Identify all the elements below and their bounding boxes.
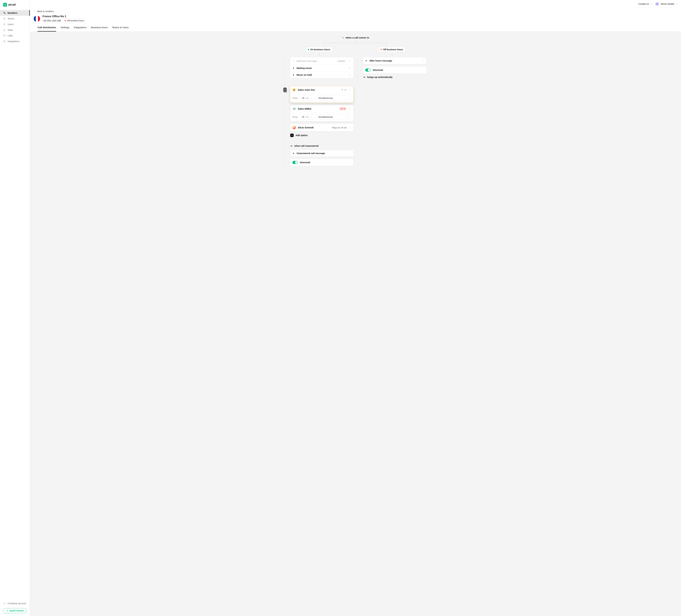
gear-icon (3, 602, 6, 605)
history-icon (3, 34, 6, 37)
svg-point-24 (342, 89, 343, 90)
add-option-row[interactable]: Add option (290, 133, 308, 137)
tab-integrations[interactable]: Integrations (74, 26, 86, 31)
svg-point-35 (423, 59, 423, 60)
more-menu[interactable] (348, 67, 351, 70)
logo-text: aircall (8, 3, 16, 6)
back-link[interactable]: Back to numbers (34, 10, 677, 13)
tab-teams-users[interactable]: Teams & Users (112, 26, 129, 31)
flow-canvas: when a call comes in On business ho (30, 31, 681, 616)
team-name: Sales main line (298, 89, 339, 91)
user-count: 17 (341, 89, 347, 91)
voicemail-toggle[interactable] (293, 161, 298, 164)
chevron-down-icon (310, 97, 312, 99)
unanswered-heading: when call unanswered (290, 145, 319, 147)
voicemail-card[interactable]: Voicemail (290, 159, 354, 166)
audio-row-hold[interactable]: Music on hold (290, 71, 353, 78)
more-menu[interactable] (348, 73, 351, 76)
user-avatar: SK (655, 2, 659, 6)
mode-select[interactable]: Simultaneously (317, 95, 351, 101)
svg-point-2 (4, 24, 5, 24)
team-name: Sales EMEA (298, 107, 337, 110)
person-name: Alicia Schmidt (298, 126, 313, 129)
rings-label: Rings (293, 97, 298, 99)
tab-settings[interactable]: Settings (60, 26, 69, 31)
audio-row-welcome[interactable]: Welcome message inactive (290, 57, 353, 65)
branch-on-hours: On business hours (284, 47, 354, 166)
inactive-chip: inactive (336, 59, 347, 63)
topbar: Contact us SK Simon Kestler (30, 0, 681, 8)
person-rings-text: Rings for 25 sec (332, 126, 347, 129)
voicemail-card-right[interactable]: Voicemail (363, 66, 426, 74)
svg-point-16 (350, 75, 350, 75)
sidebar-item-numbers[interactable]: Numbers (0, 10, 30, 16)
contact-us-label: Contact us (638, 3, 649, 5)
status-text: Off business hours (67, 19, 84, 22)
chevron-down-icon (347, 116, 349, 118)
after-hours-card[interactable]: After hours message (363, 57, 426, 64)
flow-split (284, 39, 426, 47)
sidebar-item-stats[interactable]: Stats (0, 27, 30, 33)
contact-us-menu[interactable]: Contact us (638, 3, 652, 5)
sidebar-item-company[interactable]: Company account (0, 600, 30, 606)
team-card-sales-emea[interactable]: 🐳 Sales EMEA 0 (290, 105, 354, 122)
sidebar-label: Users (7, 23, 14, 26)
hangup-icon (290, 145, 293, 147)
integrations-icon (3, 40, 6, 43)
team-emoji-icon: 🐳 (293, 107, 296, 110)
sidebar-item-teams[interactable]: Teams (0, 16, 30, 21)
play-icon (293, 60, 295, 62)
svg-point-32 (350, 126, 350, 127)
audio-row-waiting[interactable]: Waiting music (290, 65, 353, 71)
user-menu[interactable]: SK Simon Kestler (655, 2, 678, 6)
logo[interactable]: aircall (0, 0, 30, 10)
team-emoji-icon: 😀 (293, 88, 296, 92)
svg-point-27 (350, 90, 350, 91)
svg-point-11 (350, 61, 350, 62)
rings-select[interactable]: 25 sec (300, 95, 314, 101)
user-icon (340, 107, 343, 110)
svg-point-14 (350, 69, 350, 69)
sidebar-item-users[interactable]: Users (0, 21, 30, 27)
svg-point-5 (4, 42, 4, 42)
chevron-down-icon (310, 116, 312, 118)
user-name: Simon Kestler (661, 3, 674, 5)
more-menu[interactable] (348, 126, 351, 129)
voicemail-toggle[interactable] (365, 69, 371, 72)
mode-select[interactable]: Simultaneously (317, 114, 351, 120)
svg-point-33 (350, 127, 350, 128)
off-hours-pill: Off business hours (378, 47, 405, 52)
arrow-down-icon (284, 53, 354, 56)
svg-point-6 (5, 42, 5, 42)
rings-label: Rings (293, 116, 298, 118)
phone-number: +33 555 1204 398 (43, 19, 61, 22)
svg-point-4 (5, 41, 5, 41)
play-icon (293, 74, 295, 76)
rings-select[interactable]: 25 sec (300, 114, 314, 120)
more-menu[interactable] (348, 107, 351, 110)
more-menu[interactable] (348, 59, 351, 63)
sidebar-item-integrations[interactable]: Integrations (0, 39, 30, 44)
svg-point-10 (350, 61, 350, 61)
sidebar-label: Teams (7, 17, 14, 20)
quick-search-button[interactable]: Quick Search (3, 608, 27, 613)
flag-france-icon (34, 16, 40, 22)
more-menu[interactable] (421, 59, 424, 62)
svg-point-26 (350, 90, 350, 90)
branch-off-hours: Off business hours (357, 47, 426, 79)
chart-icon (3, 29, 6, 31)
unanswered-message-card[interactable]: Unanswered call message (290, 150, 354, 156)
svg-point-0 (4, 18, 4, 19)
tab-call-distribution[interactable]: Call distribution (37, 26, 56, 31)
sidebar-item-calls[interactable]: Calls (0, 33, 30, 39)
more-menu[interactable] (348, 88, 351, 91)
person-card[interactable]: Alicia Schmidt Rings for 25 sec (290, 124, 354, 131)
user-count-zero: 0 (339, 107, 347, 110)
team-card-sales-main[interactable]: 😀 Sales main line 17 (290, 86, 354, 103)
chevron-down-icon (676, 3, 678, 5)
svg-point-17 (350, 76, 350, 76)
tab-business-hours[interactable]: Business hours (91, 26, 108, 31)
arrow-down-icon (357, 53, 426, 56)
sidebar-label: Company account (7, 602, 26, 605)
svg-point-28 (341, 108, 342, 109)
